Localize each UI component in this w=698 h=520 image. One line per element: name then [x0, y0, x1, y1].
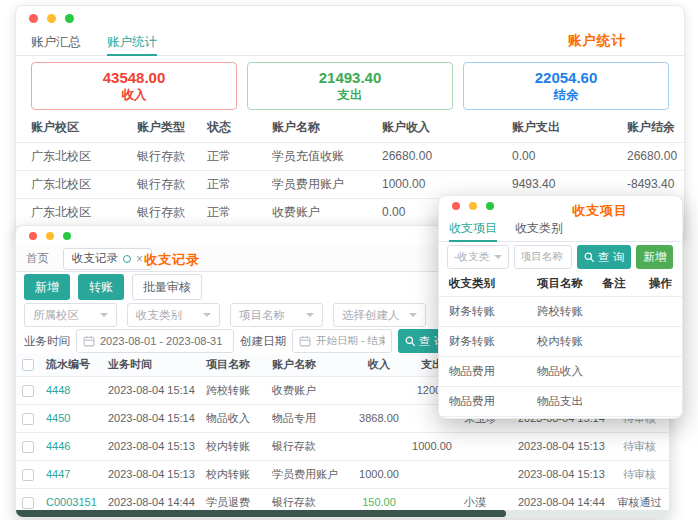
account-row: 广东北校区 银行存款 正常 学员充值收账 26680.00 0.00 26680…	[16, 142, 684, 170]
row-checkbox[interactable]	[22, 385, 34, 397]
col-project-name: 项目名称	[531, 272, 589, 296]
cell	[458, 432, 512, 460]
row-checkbox[interactable]	[22, 497, 34, 509]
cell: 广东北校区	[16, 142, 131, 170]
cell: 校内转账	[531, 326, 589, 356]
transfer-button[interactable]: 转账	[78, 274, 124, 300]
cell	[352, 432, 406, 460]
cell: 学员费用账户	[266, 170, 376, 198]
cell: 1000.00	[406, 432, 458, 460]
cell: 跨校转账	[531, 296, 589, 326]
select-all-checkbox[interactable]	[22, 359, 34, 371]
cell	[406, 460, 458, 488]
close-window-icon[interactable]	[29, 232, 37, 240]
items-search-button[interactable]: 查 询	[577, 245, 631, 269]
cell: 2023-08-04 15:13	[512, 460, 610, 488]
calendar-icon	[83, 335, 95, 347]
cell: 正常	[201, 142, 266, 170]
items-project-name-input[interactable]: 项目名称	[514, 245, 572, 269]
summary-cards: 43548.00 收入 21493.40 支出 22054.60 结余	[31, 62, 669, 110]
campus-select-value: 所属校区	[33, 308, 79, 323]
cell-remark	[589, 296, 639, 326]
expense-card-label: 支出	[338, 88, 363, 103]
horizontal-scrollbar-thumb[interactable]	[16, 510, 506, 517]
cell-remark	[589, 356, 639, 386]
cell-serial-link[interactable]: 4448	[40, 376, 102, 404]
cell-serial-link[interactable]: 4446	[40, 432, 102, 460]
cell: -8493.40	[621, 170, 684, 198]
items-project-name-placeholder: 项目名称	[521, 250, 563, 264]
calendar-icon	[299, 335, 311, 347]
chevron-down-icon	[494, 255, 502, 259]
tab-account-summary[interactable]: 账户汇总	[31, 30, 81, 55]
cell: 1000.00	[352, 460, 406, 488]
zoom-window-icon[interactable]	[63, 232, 71, 240]
cell-serial-link[interactable]: 4447	[40, 460, 102, 488]
col-account-income: 账户收入	[376, 114, 506, 142]
cell-action	[639, 326, 682, 356]
items-filterbar: -收支类别- 项目名称 查 询 新增	[439, 242, 682, 272]
record-row: 4447 2023-08-04 15:13 校内转账 学员费用账户 1000.0…	[16, 460, 669, 488]
cell-action	[639, 296, 682, 326]
business-time-range-input[interactable]: 2023-08-01 - 2023-08-31	[76, 329, 234, 353]
items-add-button[interactable]: 新增	[636, 245, 673, 269]
row-checkbox[interactable]	[22, 441, 34, 453]
cell: 跨校转账	[200, 376, 266, 404]
business-time-value: 2023-08-01 - 2023-08-31	[100, 335, 222, 347]
cell: 26680.00	[376, 142, 506, 170]
cell: 收费账户	[266, 376, 352, 404]
cell: 26680.00	[621, 142, 684, 170]
checkbox-cell	[16, 460, 40, 488]
project-select[interactable]: 项目名称	[230, 303, 323, 327]
project-select-value: 项目名称	[239, 308, 285, 323]
cell-action	[639, 386, 682, 416]
minimize-window-icon[interactable]	[47, 14, 56, 23]
col-account-type: 账户类型	[131, 114, 201, 142]
campus-select[interactable]: 所属校区	[24, 303, 117, 327]
items-category-select[interactable]: -收支类别-	[447, 245, 509, 269]
item-row: 物品费用 物品支出	[439, 386, 682, 416]
search-icon	[584, 252, 595, 263]
horizontal-scrollbar[interactable]	[16, 510, 669, 517]
close-tab-icon[interactable]: ×	[136, 253, 143, 265]
category-select-value: 收支类别	[136, 308, 182, 323]
balance-card-label: 结余	[554, 88, 579, 103]
close-window-icon[interactable]	[29, 14, 38, 23]
col-remark: 备注	[589, 272, 639, 296]
tab-income-expense-items[interactable]: 收支项目	[449, 216, 497, 241]
batch-review-button[interactable]: 批量审核	[132, 274, 202, 300]
minimize-window-icon[interactable]	[46, 232, 54, 240]
cell-serial-link[interactable]: 4450	[40, 404, 102, 432]
business-time-label: 业务时间	[24, 334, 70, 349]
row-checkbox[interactable]	[22, 413, 34, 425]
creator-select[interactable]: 选择创建人	[333, 303, 426, 327]
create-date-range-input[interactable]: 开始日期 - 结束日期	[292, 329, 392, 353]
add-record-label: 新增	[35, 279, 59, 296]
minimize-window-icon[interactable]	[469, 202, 477, 210]
record-row: 4446 2023-08-04 15:13 校内转账 银行存款 1000.00 …	[16, 432, 669, 460]
accounts-header-row: 账户校区 账户类型 状态 账户名称 账户收入 账户支出 账户结余	[16, 114, 684, 142]
tab-records[interactable]: 收支记录 ×	[63, 248, 152, 270]
add-record-button[interactable]: 新增	[24, 274, 70, 300]
close-window-icon[interactable]	[452, 202, 460, 210]
chevron-down-icon	[409, 313, 417, 317]
col-action: 操作	[639, 272, 682, 296]
col-business-time: 业务时间	[102, 354, 200, 376]
tab-account-statistics[interactable]: 账户统计	[107, 30, 157, 55]
cell-remark	[589, 386, 639, 416]
zoom-window-icon[interactable]	[486, 202, 494, 210]
income-card: 43548.00 收入	[31, 62, 237, 110]
cell: 9493.40	[506, 170, 621, 198]
tab-income-expense-categories[interactable]: 收支类别	[515, 216, 563, 241]
category-select[interactable]: 收支类别	[127, 303, 220, 327]
income-total-value: 43548.00	[103, 69, 166, 88]
items-category-select-value: -收支类别-	[454, 250, 490, 264]
cell: 0.00	[506, 142, 621, 170]
nav-home-link[interactable]: 首页	[26, 251, 49, 266]
cell-action	[639, 356, 682, 386]
col-category: 收支类别	[439, 272, 531, 296]
zoom-window-icon[interactable]	[65, 14, 74, 23]
chevron-down-icon	[203, 313, 211, 317]
cell: 物品专用	[266, 404, 352, 432]
row-checkbox[interactable]	[22, 469, 34, 481]
